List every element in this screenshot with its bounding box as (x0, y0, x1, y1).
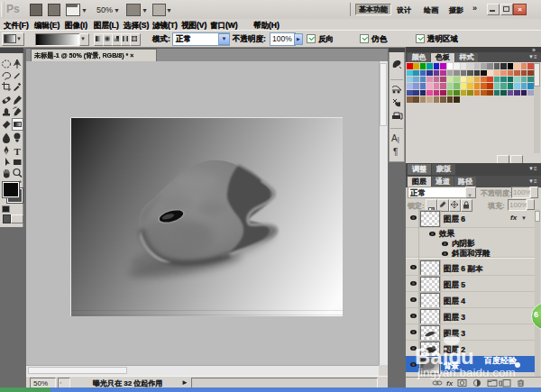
svg-text:fx: fx (446, 379, 454, 387)
svg-text:T: T (14, 146, 22, 157)
svg-text:A|: A| (391, 133, 399, 143)
svg-text:¶: ¶ (393, 147, 398, 157)
